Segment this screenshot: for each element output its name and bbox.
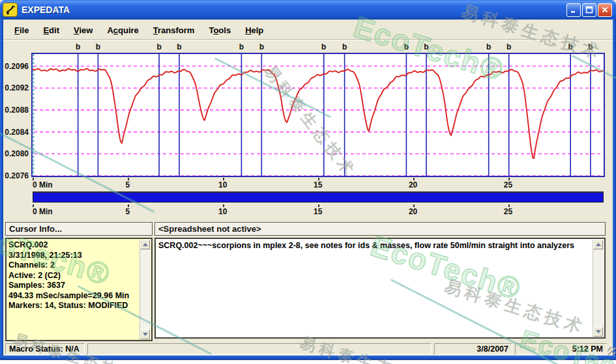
marker-label: b (588, 42, 593, 51)
cursor-info-line: 494.33 mSec/sample=29.96 Min (8, 291, 139, 301)
marker-label: b (404, 42, 409, 51)
arrow-up-icon (143, 243, 148, 246)
menu-item-help[interactable]: Help (238, 23, 271, 37)
cursor-info-box: SCRQ.0023/31/1998, 21:25:13Channels: 2Ac… (5, 238, 153, 341)
minimize-button[interactable] (566, 3, 581, 17)
menu-item-acquire[interactable]: Acquire (100, 23, 145, 37)
waveform-svg (33, 54, 604, 176)
arrow-up-icon (596, 243, 601, 246)
window-border-bottom (0, 356, 616, 360)
x-tick-label: 0 Min (33, 207, 53, 216)
marker-label: b (156, 42, 161, 51)
scroll-down-button[interactable] (140, 329, 150, 339)
x-tick-label: 10 (218, 180, 227, 189)
marker-label: b (177, 42, 181, 51)
cursor-info-line: Samples: 3637 (8, 281, 139, 291)
x-axis-upper: 0 Min510152025 (31, 178, 606, 190)
x-tick-label: 5 (126, 207, 130, 216)
x-tick-label: 20 (409, 180, 417, 189)
maximize-icon (585, 6, 593, 14)
arrow-down-icon (143, 333, 148, 336)
cursor-info-line: Active: 2 (C2) (8, 271, 139, 281)
x-tick-label: 20 (409, 207, 417, 216)
y-tick-label: 0.2084 (0, 128, 29, 137)
close-icon (601, 6, 609, 14)
cursor-info-line: 3/31/1998, 21:25:13 (8, 251, 139, 261)
marker-label: b (424, 42, 428, 51)
y-tick-label: 0.2096 (0, 62, 29, 71)
marker-label: b (76, 42, 80, 51)
overview-selection-bar[interactable] (33, 191, 604, 203)
close-button[interactable] (598, 3, 612, 17)
marker-label: b (506, 42, 511, 51)
scroll-down-button[interactable] (593, 327, 603, 337)
y-tick-label: 0.2088 (0, 105, 29, 115)
waveform-plot[interactable] (31, 53, 605, 177)
x-tick-label: 5 (126, 180, 130, 189)
cursor-info-lines: SCRQ.0023/31/1998, 21:25:13Channels: 2Ac… (8, 240, 139, 311)
titlebar[interactable]: EXPEDATA (0, 0, 616, 20)
window-controls (566, 3, 613, 17)
marker-label: b (259, 42, 264, 51)
marker-label: b (96, 42, 100, 51)
status-time: 5:12 PM (515, 343, 607, 355)
cursor-info-line: Channels: 2 (8, 260, 139, 271)
menu-item-file[interactable]: File (7, 23, 36, 37)
menu-item-tools[interactable]: Tools (201, 23, 238, 37)
scorpion-app-icon (3, 3, 18, 17)
spreadsheet-header[interactable]: <Spreadsheet not active> (154, 222, 606, 236)
status-macro: Macro Status: N/A (5, 343, 85, 355)
scorpion-glyph (5, 5, 16, 15)
notes-box[interactable]: SCRQ.002~~~scorpions in mplex 2-8, see n… (154, 238, 606, 339)
notes-scrollbar[interactable] (593, 240, 604, 337)
signal-trace (33, 68, 604, 158)
scroll-up-button[interactable] (593, 240, 603, 249)
window-title: EXPEDATA (22, 5, 70, 15)
window-border-right (613, 18, 616, 360)
x-axis-lower: 0 Min510152025 (31, 204, 606, 217)
arrow-down-icon (596, 330, 601, 333)
x-tick-label: 15 (314, 207, 322, 216)
menu-item-transform[interactable]: Transform (146, 23, 202, 37)
marker-label: b (321, 42, 326, 51)
minimize-icon (570, 6, 578, 14)
app-window: EXPEDATA FileEditViewAcquireTransformToo… (0, 0, 616, 360)
x-tick-label: 0 Min (33, 180, 53, 189)
marker-label: b (568, 42, 573, 51)
scroll-up-button[interactable] (140, 240, 150, 249)
y-tick-label: 0.2076 (0, 171, 29, 180)
maximize-button[interactable] (582, 3, 596, 17)
resize-grip[interactable] (608, 347, 615, 355)
marker-label: b (342, 42, 347, 51)
statusbar: Macro Status: N/A 3/8/2007 5:12 PM (0, 343, 616, 356)
cursor-info-header[interactable]: Cursor Info... (5, 222, 153, 236)
menu-item-view[interactable]: View (66, 23, 100, 37)
status-spacer (87, 343, 432, 355)
x-tick-label: 15 (314, 180, 322, 189)
menubar: FileEditViewAcquireTransformToolsHelp (3, 21, 613, 40)
cursor-info-scrollbar[interactable] (139, 240, 151, 339)
y-tick-label: 0.2080 (0, 149, 29, 158)
x-tick-label: 25 (504, 207, 512, 216)
y-tick-label: 0.2092 (0, 83, 29, 92)
screenshot-stage: EXPEDATA FileEditViewAcquireTransformToo… (0, 0, 616, 364)
cursor-info-line: Markers: 14, Status: MODIFIED (8, 301, 139, 311)
notes-text[interactable]: SCRQ.002~~~scorpions in mplex 2-8, see n… (158, 240, 590, 251)
status-date: 3/8/2007 (434, 343, 512, 355)
menu-item-edit[interactable]: Edit (36, 23, 66, 37)
x-tick-label: 25 (504, 180, 512, 189)
marker-label: b (239, 42, 244, 51)
marker-label: b (486, 42, 491, 51)
cursor-info-line: SCRQ.002 (8, 240, 139, 251)
marker-label-row: bbbbbbbbbbbbbb (31, 42, 606, 52)
x-tick-label: 10 (218, 207, 227, 216)
